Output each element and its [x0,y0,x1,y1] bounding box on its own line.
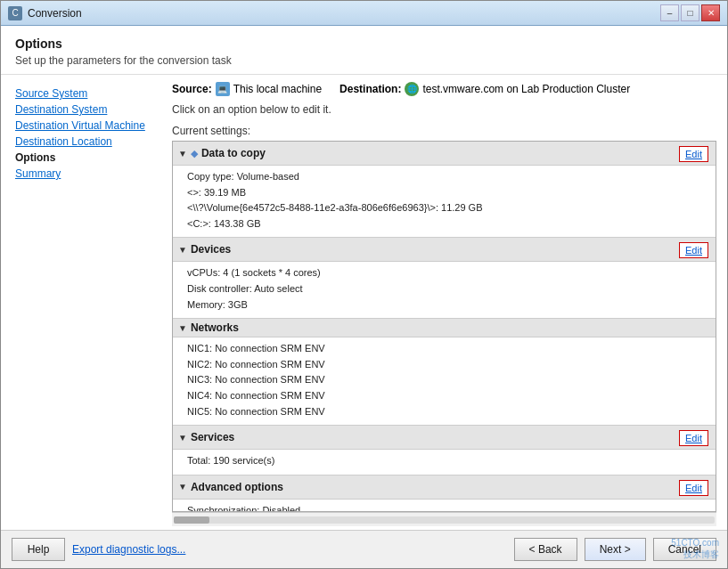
data-copy-type: Copy type: Volume-based [187,169,701,185]
section-title-devices: Devices [191,243,231,256]
local-machine-icon: 💻 [216,82,230,96]
devices-vcpus: vCPUs: 4 (1 sockets * 4 cores) [187,265,701,281]
nav-summary[interactable]: Summary [15,166,161,182]
source-info: Source: 💻 This local machine [172,82,322,96]
click-hint: Click on an option below to edit it. [161,103,727,121]
source-dest-bar: Source: 💻 This local machine Destination… [161,75,727,103]
page-title: Options [15,37,713,51]
title-controls: – □ ✕ [660,4,720,21]
section-header-devices: ▼ Devices Edit [173,237,716,262]
section-devices: ▼ Devices Edit vCPUs: 4 (1 sockets * 4 c… [173,237,716,318]
section-networks: ▼ Networks NIC1: No connection SRM ENV N… [173,318,716,425]
footer: Help Export diagnostic logs... < Back Ne… [1,530,727,568]
toggle-networks[interactable]: ▼ [178,323,187,333]
data-copy-size1: <>: 39.19 MB [187,185,701,201]
toggle-devices[interactable]: ▼ [178,245,187,255]
back-button[interactable]: < Back [514,538,577,561]
horizontal-scrollbar[interactable] [172,512,716,526]
network-nic2: NIC2: No connection SRM ENV [187,357,701,373]
minimize-button[interactable]: – [660,4,679,21]
section-content-networks: NIC1: No connection SRM ENV NIC2: No con… [173,337,716,425]
edit-button-advanced[interactable]: Edit [679,480,708,496]
source-value: This local machine [233,83,322,95]
section-services: ▼ Services Edit Total: 190 service(s) [173,425,716,475]
nav-source-system[interactable]: Source System [15,85,161,102]
network-nic1: NIC1: No connection SRM ENV [187,341,701,357]
network-nic3: NIC3: No connection SRM ENV [187,372,701,388]
h-scroll-thumb[interactable] [174,516,209,524]
section-title-advanced: Advanced options [191,481,283,493]
toggle-data-to-copy[interactable]: ▼ [178,149,187,159]
section-header-data-to-copy: ▼ ◆ Data to copy Edit [173,142,716,166]
settings-label: Current settings: [161,121,727,141]
settings-area: ▼ ◆ Data to copy Edit Copy type: Volume-… [172,141,716,512]
network-nic5: NIC5: No connection SRM ENV [187,404,701,420]
nav-destination-location[interactable]: Destination Location [15,134,161,150]
services-total: Total: 190 service(s) [187,453,701,469]
page-subtitle: Set up the parameters for the conversion… [15,54,713,67]
toggle-advanced[interactable]: ▼ [178,482,187,492]
devices-disk: Disk controller: Auto select [187,281,701,297]
section-title-data-to-copy: Data to copy [201,147,266,159]
advanced-sync: Synchronization: Disabled [187,503,701,511]
cancel-button[interactable]: Cancel [653,538,716,561]
main-content: Options Set up the parameters for the co… [1,26,727,568]
diamond-icon-data: ◆ [191,148,198,159]
maximize-button[interactable]: □ [681,4,699,21]
section-data-to-copy: ▼ ◆ Data to copy Edit Copy type: Volume-… [173,142,716,237]
section-header-advanced: ▼ Advanced options Edit [173,475,716,500]
section-content-devices: vCPUs: 4 (1 sockets * 4 cores) Disk cont… [173,262,716,318]
section-content-services: Total: 190 service(s) [173,450,716,475]
settings-scroll[interactable]: ▼ ◆ Data to copy Edit Copy type: Volume-… [173,142,716,511]
network-nic4: NIC4: No connection SRM ENV [187,388,701,404]
edit-button-services[interactable]: Edit [679,430,708,446]
title-bar: C Conversion – □ ✕ [1,1,727,26]
header-section: Options Set up the parameters for the co… [1,26,727,75]
export-logs-link[interactable]: Export diagnostic logs... [72,543,185,556]
devices-memory: Memory: 3GB [187,297,701,313]
nav-options: Options [15,150,161,166]
section-title-networks: Networks [191,321,239,334]
section-header-networks: ▼ Networks [173,318,716,337]
body-area: Source System Destination System Destina… [1,75,727,530]
dest-value: test.vmware.com on Lab Production Cluste… [422,83,630,95]
dest-info: Destination: 🌐 test.vmware.com on Lab Pr… [339,82,630,96]
window-title: Conversion [28,7,660,20]
source-label: Source: [172,83,212,95]
section-header-services: ▼ Services Edit [173,425,716,450]
dest-label: Destination: [339,83,401,95]
edit-button-devices[interactable]: Edit [679,242,708,258]
edit-button-data-to-copy[interactable]: Edit [679,146,708,162]
section-content-advanced: Synchronization: Disabled Synchronize: N… [173,500,716,511]
section-title-services: Services [191,431,234,443]
nav-destination-vm[interactable]: Destination Virtual Machine [15,118,161,134]
h-scroll-track [174,516,715,524]
section-content-data-to-copy: Copy type: Volume-based <>: 39.19 MB <\\… [173,166,716,237]
globe-icon: 🌐 [405,82,419,96]
data-copy-size2: <\\?\Volume{6e4572c5-8488-11e2-a3fa-806e… [187,200,701,216]
close-button[interactable]: ✕ [701,4,720,21]
nav-destination-system[interactable]: Destination System [15,102,161,118]
help-button[interactable]: Help [12,538,65,561]
left-nav: Source System Destination System Destina… [1,75,161,530]
data-copy-size3: <C:>: 143.38 GB [187,216,701,232]
right-content: Source: 💻 This local machine Destination… [161,75,727,530]
app-icon: C [8,6,22,20]
section-advanced: ▼ Advanced options Edit Synchronization:… [173,475,716,511]
toggle-services[interactable]: ▼ [178,433,187,443]
main-window: C Conversion – □ ✕ Options Set up the pa… [0,0,728,569]
next-button[interactable]: Next > [585,538,646,561]
